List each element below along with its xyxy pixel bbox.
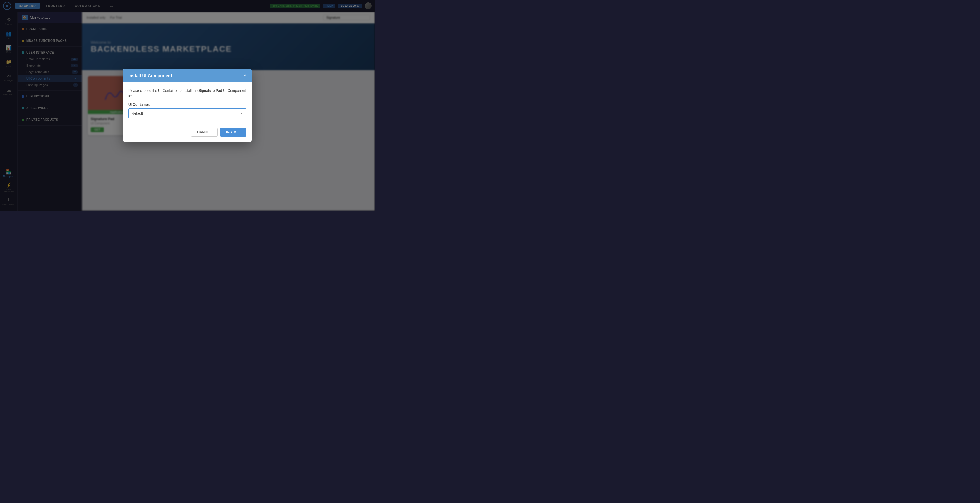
ui-container-select[interactable]: default bbox=[128, 108, 247, 119]
modal-component-name: Signature Pad bbox=[199, 89, 222, 93]
modal-desc-part1: Please choose the UI Container to instal… bbox=[128, 89, 199, 93]
modal-title: Install UI Component bbox=[128, 73, 172, 78]
install-modal: Install UI Component × Please choose the… bbox=[123, 69, 252, 142]
modal-description: Please choose the UI Container to instal… bbox=[128, 88, 247, 98]
modal-body: Please choose the UI Container to instal… bbox=[123, 82, 252, 124]
modal-close-button[interactable]: × bbox=[243, 73, 247, 78]
modal-header: Install UI Component × bbox=[123, 69, 252, 82]
modal-field-label: UI Container: bbox=[128, 103, 247, 107]
modal-footer: CANCEL INSTALL bbox=[123, 124, 252, 142]
modal-overlay: Install UI Component × Please choose the… bbox=[0, 0, 375, 211]
cancel-button[interactable]: CANCEL bbox=[191, 128, 218, 136]
install-button[interactable]: INSTALL bbox=[220, 128, 247, 136]
